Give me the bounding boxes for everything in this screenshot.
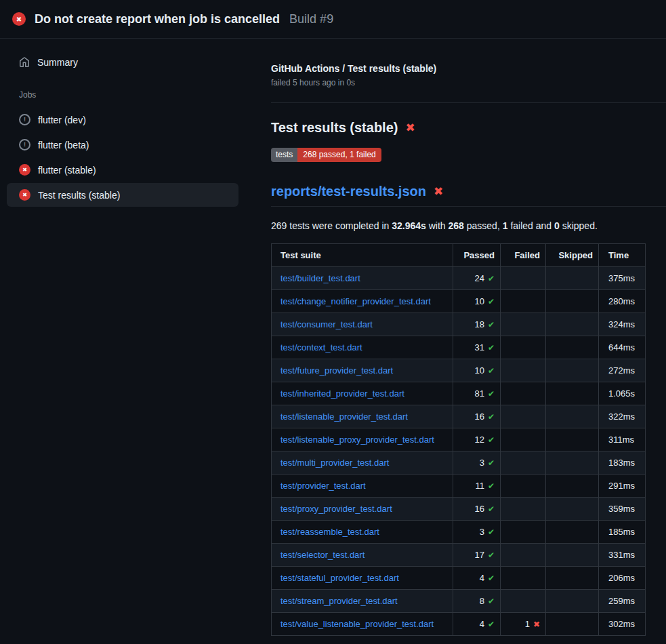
suite-link[interactable]: test/future_provider_test.dart <box>280 365 393 376</box>
check-icon: ✔ <box>488 412 495 422</box>
suite-link[interactable]: test/inherited_provider_test.dart <box>280 388 404 399</box>
page-title: Do not create report when job is cancell… <box>35 12 280 26</box>
suite-link[interactable]: test/reassemble_test.dart <box>280 527 379 537</box>
suite-link[interactable]: test/stateful_provider_test.dart <box>280 573 399 583</box>
skipped-cell <box>546 567 599 590</box>
section-title-row: Test results (stable) ✖ <box>271 120 666 136</box>
check-icon: ✔ <box>488 366 495 376</box>
suite-link[interactable]: test/consumer_test.dart <box>280 319 373 329</box>
failed-count: 1 <box>525 619 530 629</box>
suite-link[interactable]: test/change_notifier_provider_test.dart <box>280 296 431 306</box>
skipped-cell <box>546 359 599 382</box>
failed-cell <box>501 590 546 613</box>
sidebar-job-flutter-dev[interactable]: !flutter (dev) <box>7 108 238 132</box>
passed-cell: 18✔ <box>453 313 501 336</box>
suite-link[interactable]: test/listenable_provider_test.dart <box>280 411 408 422</box>
suite-link[interactable]: test/context_test.dart <box>280 342 362 353</box>
report-file-link[interactable]: reports/test-results.json <box>271 184 426 199</box>
suite-cell: test/listenable_proxy_provider_test.dart <box>272 428 453 451</box>
table-row: test/stateful_provider_test.dart4✔206ms <box>272 567 646 590</box>
passed-cell: 17✔ <box>453 544 501 567</box>
failed-cell <box>501 405 546 428</box>
job-label: flutter (stable) <box>38 165 96 176</box>
sidebar-job-flutter-beta[interactable]: !flutter (beta) <box>7 133 238 157</box>
passed-count: 18 <box>474 319 484 329</box>
results-table-body: test/builder_test.dart24✔375mstest/chang… <box>272 267 646 636</box>
summary-failed-count: 1 <box>503 220 508 231</box>
table-row: test/builder_test.dart24✔375ms <box>272 267 646 290</box>
home-icon <box>19 57 30 68</box>
summary-text-part: skipped. <box>560 220 598 231</box>
passed-count: 4 <box>480 619 484 629</box>
table-row: test/stream_provider_test.dart8✔259ms <box>272 590 646 613</box>
skipped-cell <box>546 475 599 498</box>
passed-cell: 8✔ <box>453 590 501 613</box>
passed-count: 24 <box>474 273 484 283</box>
suite-link[interactable]: test/value_listenable_provider_test.dart <box>280 619 434 629</box>
check-icon: ✔ <box>488 481 495 491</box>
time-cell: 302ms <box>599 613 646 636</box>
col-header-test-suite: Test suite <box>272 244 453 267</box>
suite-link[interactable]: test/provider_test.dart <box>280 481 366 491</box>
time-cell: 644ms <box>599 336 646 359</box>
check-icon: ✔ <box>488 527 495 537</box>
table-row: test/change_notifier_provider_test.dart1… <box>272 290 646 313</box>
sidebar-item-summary[interactable]: Summary <box>7 51 238 74</box>
table-row: test/reassemble_test.dart3✔185ms <box>272 521 646 544</box>
suite-link[interactable]: test/selector_test.dart <box>280 550 365 560</box>
skipped-cell <box>546 451 599 475</box>
failed-cell: 1✖ <box>501 613 546 636</box>
failed-cell <box>501 475 546 498</box>
suite-link[interactable]: test/stream_provider_test.dart <box>280 596 398 606</box>
check-icon: ✔ <box>488 504 495 514</box>
table-row: test/future_provider_test.dart10✔272ms <box>272 359 646 382</box>
summary-label: Summary <box>37 57 78 68</box>
check-icon: ✔ <box>488 550 495 560</box>
passed-count: 12 <box>474 435 484 445</box>
suite-link[interactable]: test/listenable_proxy_provider_test.dart <box>280 435 434 445</box>
time-cell: 206ms <box>599 567 646 590</box>
divider <box>271 102 666 103</box>
passed-count: 11 <box>475 481 484 491</box>
summary-passed-count: 268 <box>449 220 464 231</box>
suite-cell: test/value_listenable_provider_test.dart <box>272 613 453 636</box>
suite-cell: test/inherited_provider_test.dart <box>272 382 453 405</box>
suite-cell: test/multi_provider_test.dart <box>272 451 453 475</box>
job-label: flutter (beta) <box>38 140 89 150</box>
check-icon: ✔ <box>488 274 495 283</box>
report-title-row: reports/test-results.json ✖ <box>271 184 666 207</box>
failed-status-icon: ✖ <box>12 12 26 26</box>
suite-cell: test/selector_test.dart <box>272 544 453 567</box>
sidebar-job-test-results-stable[interactable]: ✖Test results (stable) <box>7 183 238 207</box>
suite-link[interactable]: test/multi_provider_test.dart <box>280 458 389 468</box>
neutral-circle-icon: ! <box>19 114 30 125</box>
failed-cell <box>501 451 546 475</box>
failed-x-icon: ✖ <box>434 184 443 199</box>
check-icon: ✔ <box>488 297 495 306</box>
x-icon: ✖ <box>533 620 540 629</box>
table-row: test/listenable_provider_test.dart16✔322… <box>272 405 646 428</box>
col-header-time: Time <box>599 244 646 267</box>
sidebar-job-flutter-stable[interactable]: ✖flutter (stable) <box>7 158 238 182</box>
summary-skipped-count: 0 <box>554 220 560 231</box>
passed-count: 4 <box>480 573 484 583</box>
time-cell: 375ms <box>599 267 646 290</box>
time-cell: 280ms <box>599 290 646 313</box>
passed-cell: 24✔ <box>453 267 501 290</box>
check-icon: ✔ <box>488 458 495 468</box>
col-header-passed: Passed <box>453 244 501 267</box>
skipped-cell <box>546 290 599 313</box>
table-row: test/provider_test.dart11✔291ms <box>272 475 646 498</box>
failed-cell <box>501 498 546 521</box>
table-row: test/proxy_provider_test.dart16✔359ms <box>272 498 646 521</box>
time-cell: 1.065s <box>599 382 646 405</box>
passed-count: 3 <box>480 458 484 468</box>
skipped-cell <box>546 267 599 290</box>
suite-link[interactable]: test/proxy_provider_test.dart <box>280 504 392 514</box>
time-cell: 291ms <box>599 475 646 498</box>
passed-count: 31 <box>474 342 484 353</box>
breadcrumb: GitHub Actions / Test results (stable) <box>271 63 666 74</box>
time-cell: 183ms <box>599 451 646 475</box>
suite-link[interactable]: test/builder_test.dart <box>280 273 360 283</box>
time-cell: 331ms <box>599 544 646 567</box>
